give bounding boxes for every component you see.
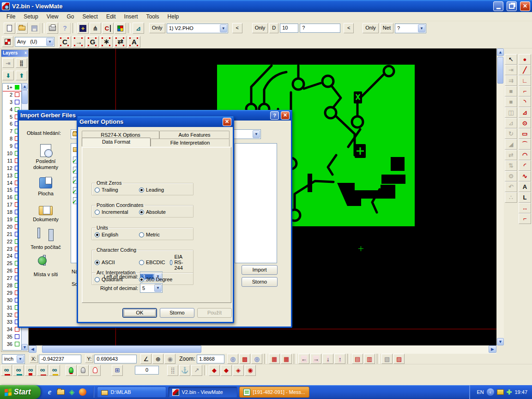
zoom-selection-button[interactable]: ▩ bbox=[239, 354, 250, 364]
arc-ccw-tool-button[interactable]: ◜ bbox=[519, 160, 531, 171]
radio-english[interactable]: English bbox=[95, 232, 134, 237]
tab-file-interpretation[interactable]: File Interpretation bbox=[151, 139, 230, 146]
internet-explorer-icon[interactable]: e bbox=[45, 388, 54, 396]
pan-down-button[interactable]: ↓ bbox=[322, 354, 333, 364]
menu-edit[interactable]: Edit bbox=[103, 12, 120, 21]
canvas-vertical-scrollbar[interactable]: ▲ ▼ bbox=[496, 48, 504, 345]
text-tool-button[interactable]: A bbox=[519, 181, 531, 192]
new-file-button[interactable] bbox=[4, 23, 15, 34]
radio-quadrant[interactable]: Quadrant bbox=[95, 277, 134, 282]
taskbar-item-messenger[interactable]: [191-482-091] - Mess... bbox=[239, 387, 309, 398]
layer-row-35[interactable]: 35 bbox=[3, 333, 21, 340]
undo-button[interactable]: ↶ bbox=[505, 181, 517, 192]
place-recent-documents[interactable]: Poslední dokumenty bbox=[24, 144, 68, 170]
copy-element-button[interactable]: ⇉ bbox=[505, 75, 517, 86]
place-my-computer[interactable]: Tento počítač bbox=[24, 229, 68, 250]
fill-square-button[interactable]: ■ bbox=[505, 86, 517, 97]
dcode-input[interactable]: 10 bbox=[280, 24, 298, 33]
pan-right-button[interactable]: → bbox=[310, 354, 321, 364]
ok-button[interactable]: OK bbox=[122, 308, 157, 318]
triangle-tool-button[interactable]: ⊿ bbox=[519, 107, 531, 118]
block-square-button[interactable]: ■ bbox=[505, 97, 517, 107]
tile-windows-button[interactable]: ⊞ bbox=[112, 365, 123, 376]
layer-colors-button[interactable] bbox=[115, 23, 126, 34]
smart-pad-button[interactable]: ◈ bbox=[233, 365, 244, 376]
select-area-button[interactable]: ▨ bbox=[393, 354, 405, 364]
layer-color-swatch[interactable] bbox=[15, 342, 19, 346]
zoom-out-grid-button[interactable]: ▤ bbox=[352, 354, 363, 364]
highlight-off-button[interactable] bbox=[78, 365, 89, 376]
next-item-button[interactable]: → bbox=[73, 36, 85, 48]
origin-button[interactable]: ⊕ bbox=[152, 354, 163, 364]
angle-arc-tool-button[interactable]: ◝ bbox=[519, 97, 531, 107]
arc-tool-button[interactable]: ◠ bbox=[519, 150, 531, 160]
swap-button[interactable]: ⇄ bbox=[505, 150, 517, 160]
chevron-down-icon[interactable]: ▼ bbox=[46, 38, 54, 46]
menu-insert[interactable]: Insert bbox=[121, 12, 142, 21]
menu-select[interactable]: Select bbox=[79, 12, 102, 21]
previous-layer-button[interactable]: < bbox=[232, 23, 242, 33]
scroll-right-icon[interactable]: ▶ bbox=[489, 345, 496, 353]
layer-row-3[interactable]: 3 bbox=[3, 98, 21, 106]
layer-move-down-button[interactable]: ⬇ bbox=[2, 71, 14, 80]
pad-mode-button[interactable]: ◆ bbox=[221, 365, 232, 376]
aperture-type-select[interactable]: Any (U) ▼ bbox=[15, 37, 54, 47]
view-dcodes-button[interactable]: ∞ bbox=[1, 365, 12, 376]
traverse-button[interactable]: ⇄ bbox=[114, 36, 127, 48]
anchor-button[interactable]: ⚓ bbox=[179, 365, 190, 376]
pan-left-button[interactable]: ← bbox=[298, 354, 309, 364]
angle-readout-button[interactable]: ∠ bbox=[140, 354, 151, 364]
unit-select[interactable]: inch ▼ bbox=[2, 354, 25, 364]
chevron-down-icon[interactable]: ▼ bbox=[154, 284, 162, 292]
gear-settings-button[interactable]: ⚙ bbox=[505, 171, 517, 181]
chevron-down-icon[interactable]: ▼ bbox=[418, 24, 425, 32]
scroll-left-icon[interactable]: ◀ bbox=[29, 345, 36, 353]
scroll-down-icon[interactable]: ▼ bbox=[497, 338, 504, 345]
start-button[interactable]: Start bbox=[0, 385, 41, 399]
radio-trailing[interactable]: Trailing bbox=[95, 187, 134, 193]
layer-list-button[interactable]: ⣿ bbox=[16, 58, 27, 68]
tray-notes-icon[interactable] bbox=[497, 389, 504, 395]
canvas-horizontal-scrollbar[interactable]: ◀ ▶ bbox=[29, 345, 496, 354]
redraw-button[interactable]: ▦ bbox=[281, 354, 292, 364]
pan-up-button[interactable]: ↑ bbox=[334, 354, 345, 364]
line-tool-button[interactable]: ╱ bbox=[519, 65, 531, 75]
menu-view[interactable]: View bbox=[43, 12, 62, 21]
curve-tool-button[interactable]: ∿ bbox=[519, 171, 531, 181]
radio-360-degree[interactable]: 360 Degree bbox=[139, 277, 173, 282]
place-network-places[interactable]: Místa v síti bbox=[24, 256, 68, 278]
hide-icons-chevron[interactable]: ‹ bbox=[487, 388, 494, 396]
layer-row-1[interactable]: 1+ bbox=[3, 84, 21, 91]
label-tool-button[interactable]: L bbox=[519, 192, 531, 203]
language-indicator[interactable]: EN bbox=[477, 389, 484, 395]
grid-dots-button[interactable]: ⣿ bbox=[167, 365, 178, 376]
dialog-close-button[interactable]: ✕ bbox=[281, 111, 290, 120]
folder-shortcut-icon[interactable] bbox=[56, 388, 65, 396]
select-tool-button[interactable]: ↖ bbox=[505, 54, 517, 65]
radio-metric[interactable]: Metric bbox=[139, 232, 160, 237]
text-mode-button[interactable]: A bbox=[128, 36, 140, 48]
view-pads-button[interactable]: ∞ bbox=[25, 365, 36, 376]
layer-color-swatch[interactable] bbox=[15, 85, 19, 90]
dialog-help-button[interactable]: ? bbox=[270, 111, 279, 120]
taskbar-item-mlab[interactable]: D:\MLAB bbox=[97, 387, 166, 398]
import-button[interactable]: Import bbox=[242, 265, 278, 275]
snap-grid-button[interactable] bbox=[2, 36, 13, 47]
menu-go[interactable]: Go bbox=[63, 12, 78, 21]
chord-tool-button[interactable]: ⌒ bbox=[519, 139, 531, 150]
polyline-tool-button[interactable]: ∟ bbox=[519, 75, 531, 86]
elbow-tool-button[interactable]: ⌐ bbox=[519, 213, 531, 224]
tab-auto-features[interactable]: Auto Features bbox=[159, 131, 230, 139]
context-help-button[interactable] bbox=[59, 23, 71, 34]
net-filter-select[interactable]: ? ▼ bbox=[395, 24, 426, 33]
dialog-close-button[interactable]: ✕ bbox=[223, 118, 231, 126]
scroll-up-icon[interactable]: ▲ bbox=[22, 83, 28, 90]
rectangle-tool-button[interactable]: ▭ bbox=[519, 128, 531, 139]
tab-data-format[interactable]: Data Format bbox=[82, 138, 151, 146]
reconnect-button[interactable]: ∴ bbox=[505, 192, 517, 203]
minimize-button[interactable] bbox=[493, 1, 503, 11]
cancel-button[interactable]: Storno bbox=[160, 308, 194, 318]
menu-help[interactable]: Help bbox=[164, 12, 183, 21]
green-app-icon[interactable]: ◈ bbox=[67, 388, 76, 396]
restore-button[interactable] bbox=[507, 1, 517, 11]
